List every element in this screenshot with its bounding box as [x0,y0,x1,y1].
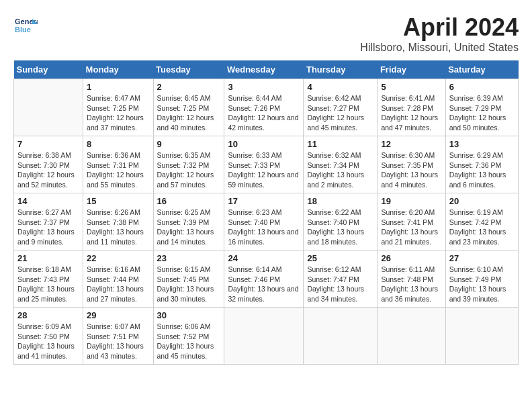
day-info: Sunrise: 6:20 AMSunset: 7:41 PMDaylight:… [381,208,441,247]
calendar-cell: 21Sunrise: 6:18 AMSunset: 7:43 PMDayligh… [14,250,83,308]
header: General Blue April 2024 Hillsboro, Misso… [13,13,519,54]
week-row-3: 14Sunrise: 6:27 AMSunset: 7:37 PMDayligh… [14,193,519,250]
day-number: 16 [157,196,221,206]
calendar-cell: 14Sunrise: 6:27 AMSunset: 7:37 PMDayligh… [14,193,83,250]
day-number: 14 [17,196,79,206]
day-info: Sunrise: 6:39 AMSunset: 7:29 PMDaylight:… [449,93,515,133]
day-number: 24 [228,253,300,263]
calendar-title: April 2024 [360,13,519,42]
calendar-cell: 24Sunrise: 6:14 AMSunset: 7:46 PMDayligh… [224,250,304,308]
day-number: 4 [307,82,373,92]
calendar-cell: 26Sunrise: 6:11 AMSunset: 7:48 PMDayligh… [378,250,445,308]
calendar-cell: 8Sunrise: 6:36 AMSunset: 7:31 PMDaylight… [83,136,153,193]
day-number: 21 [17,253,79,263]
calendar-cell: 23Sunrise: 6:15 AMSunset: 7:45 PMDayligh… [153,250,224,308]
day-number: 13 [449,139,515,149]
day-info: Sunrise: 6:44 AMSunset: 7:26 PMDaylight:… [228,93,300,133]
day-number: 1 [87,82,149,92]
day-info: Sunrise: 6:06 AMSunset: 7:52 PMDaylight:… [157,322,221,361]
week-row-1: 1Sunrise: 6:47 AMSunset: 7:25 PMDaylight… [14,79,519,136]
calendar-cell: 18Sunrise: 6:22 AMSunset: 7:40 PMDayligh… [304,193,378,250]
weekday-header-row: SundayMondayTuesdayWednesdayThursdayFrid… [14,60,519,79]
week-row-5: 28Sunrise: 6:09 AMSunset: 7:50 PMDayligh… [14,308,519,365]
weekday-header-wednesday: Wednesday [224,60,304,79]
day-number: 7 [17,139,79,149]
weekday-header-sunday: Sunday [14,60,83,79]
day-info: Sunrise: 6:33 AMSunset: 7:33 PMDaylight:… [228,150,300,190]
day-info: Sunrise: 6:30 AMSunset: 7:35 PMDaylight:… [381,150,441,190]
day-info: Sunrise: 6:41 AMSunset: 7:28 PMDaylight:… [381,93,441,133]
day-number: 10 [228,139,300,149]
day-number: 25 [307,253,373,263]
day-info: Sunrise: 6:07 AMSunset: 7:51 PMDaylight:… [87,322,149,361]
calendar-cell: 20Sunrise: 6:19 AMSunset: 7:42 PMDayligh… [445,193,518,250]
calendar-cell [445,308,518,365]
day-number: 19 [381,196,441,206]
calendar-cell: 12Sunrise: 6:30 AMSunset: 7:35 PMDayligh… [378,136,445,193]
day-number: 3 [228,82,300,92]
day-number: 8 [87,139,149,149]
calendar-cell: 11Sunrise: 6:32 AMSunset: 7:34 PMDayligh… [304,136,378,193]
calendar-cell [14,79,83,136]
day-number: 9 [157,139,221,149]
calendar-cell [224,308,304,365]
logo: General Blue [13,13,38,38]
day-number: 2 [157,82,221,92]
weekday-header-saturday: Saturday [445,60,518,79]
calendar-cell: 28Sunrise: 6:09 AMSunset: 7:50 PMDayligh… [14,308,83,365]
day-info: Sunrise: 6:35 AMSunset: 7:32 PMDaylight:… [157,150,221,190]
day-info: Sunrise: 6:11 AMSunset: 7:48 PMDaylight:… [381,265,441,304]
calendar-cell: 6Sunrise: 6:39 AMSunset: 7:29 PMDaylight… [445,79,518,136]
day-info: Sunrise: 6:45 AMSunset: 7:25 PMDaylight:… [157,93,221,133]
calendar-cell: 30Sunrise: 6:06 AMSunset: 7:52 PMDayligh… [153,308,224,365]
calendar-cell: 22Sunrise: 6:16 AMSunset: 7:44 PMDayligh… [83,250,153,308]
day-info: Sunrise: 6:14 AMSunset: 7:46 PMDaylight:… [228,265,300,304]
calendar-cell: 3Sunrise: 6:44 AMSunset: 7:26 PMDaylight… [224,79,304,136]
day-info: Sunrise: 6:12 AMSunset: 7:47 PMDaylight:… [307,265,373,304]
day-number: 22 [87,253,149,263]
weekday-header-thursday: Thursday [304,60,378,79]
calendar-cell: 1Sunrise: 6:47 AMSunset: 7:25 PMDaylight… [83,79,153,136]
calendar-cell: 17Sunrise: 6:23 AMSunset: 7:40 PMDayligh… [224,193,304,250]
calendar-table: SundayMondayTuesdayWednesdayThursdayFrid… [13,60,519,365]
day-number: 12 [381,139,441,149]
calendar-cell: 29Sunrise: 6:07 AMSunset: 7:51 PMDayligh… [83,308,153,365]
day-number: 15 [87,196,149,206]
weekday-header-friday: Friday [378,60,445,79]
calendar-cell: 9Sunrise: 6:35 AMSunset: 7:32 PMDaylight… [153,136,224,193]
day-info: Sunrise: 6:23 AMSunset: 7:40 PMDaylight:… [228,208,300,247]
day-info: Sunrise: 6:10 AMSunset: 7:49 PMDaylight:… [449,265,515,304]
week-row-2: 7Sunrise: 6:38 AMSunset: 7:30 PMDaylight… [14,136,519,193]
day-info: Sunrise: 6:27 AMSunset: 7:37 PMDaylight:… [17,208,79,247]
calendar-cell: 5Sunrise: 6:41 AMSunset: 7:28 PMDaylight… [378,79,445,136]
day-number: 6 [449,82,515,92]
day-info: Sunrise: 6:25 AMSunset: 7:39 PMDaylight:… [157,208,221,247]
day-number: 26 [381,253,441,263]
day-number: 17 [228,196,300,206]
day-number: 11 [307,139,373,149]
day-info: Sunrise: 6:29 AMSunset: 7:36 PMDaylight:… [449,150,515,190]
calendar-cell: 4Sunrise: 6:42 AMSunset: 7:27 PMDaylight… [304,79,378,136]
day-info: Sunrise: 6:38 AMSunset: 7:30 PMDaylight:… [17,150,79,190]
weekday-header-monday: Monday [83,60,153,79]
week-row-4: 21Sunrise: 6:18 AMSunset: 7:43 PMDayligh… [14,250,519,308]
day-info: Sunrise: 6:18 AMSunset: 7:43 PMDaylight:… [17,265,79,304]
calendar-cell: 10Sunrise: 6:33 AMSunset: 7:33 PMDayligh… [224,136,304,193]
day-info: Sunrise: 6:09 AMSunset: 7:50 PMDaylight:… [17,322,79,361]
day-info: Sunrise: 6:36 AMSunset: 7:31 PMDaylight:… [87,150,149,190]
day-number: 27 [449,253,515,263]
day-number: 5 [381,82,441,92]
day-info: Sunrise: 6:19 AMSunset: 7:42 PMDaylight:… [449,208,515,247]
svg-text:Blue: Blue [15,26,31,34]
day-info: Sunrise: 6:22 AMSunset: 7:40 PMDaylight:… [307,208,373,247]
calendar-cell: 19Sunrise: 6:20 AMSunset: 7:41 PMDayligh… [378,193,445,250]
day-number: 29 [87,310,149,320]
calendar-cell [378,308,445,365]
day-info: Sunrise: 6:42 AMSunset: 7:27 PMDaylight:… [307,93,373,133]
day-info: Sunrise: 6:26 AMSunset: 7:38 PMDaylight:… [87,208,149,247]
title-area: April 2024 Hillsboro, Missouri, United S… [360,13,519,54]
logo-icon: General Blue [13,13,38,38]
day-number: 23 [157,253,221,263]
calendar-subtitle: Hillsboro, Missouri, United States [360,42,519,54]
day-number: 30 [157,310,221,320]
